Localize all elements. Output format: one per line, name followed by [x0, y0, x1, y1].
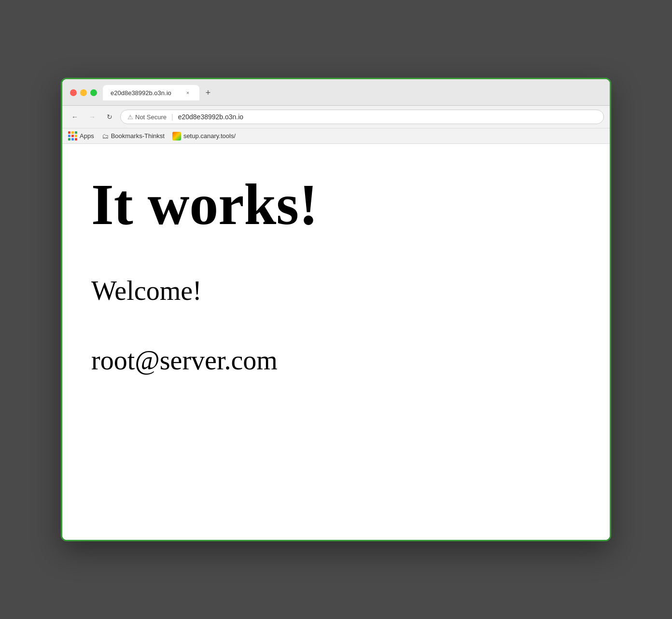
bookmark-canary[interactable]: setup.canary.tools/: [172, 132, 236, 141]
warning-icon: ⚠: [127, 113, 133, 121]
reload-button[interactable]: ↻: [103, 110, 116, 124]
bookmarks-bar: Apps 🗂 Bookmarks-Thinkst setup.canary.to…: [62, 128, 610, 144]
nav-bar: ← → ↻ ⚠ Not Secure | e20d8e38992b.o3n.io: [62, 106, 610, 128]
page-content: It works! Welcome! root@server.com: [62, 144, 610, 540]
main-heading: It works!: [91, 173, 581, 237]
browser-window: e20d8e38992b.o3n.io × + ← → ↻ ⚠ Not Secu…: [61, 78, 611, 541]
tab-bar: e20d8e38992b.o3n.io × +: [103, 85, 602, 100]
email-heading: root@server.com: [91, 345, 581, 376]
canary-icon: [172, 132, 181, 141]
close-button[interactable]: [70, 89, 77, 96]
address-bar[interactable]: ⚠ Not Secure | e20d8e38992b.o3n.io: [120, 110, 604, 124]
apps-label: Apps: [80, 132, 94, 140]
maximize-button[interactable]: [90, 89, 97, 96]
security-warning: ⚠ Not Secure: [127, 113, 167, 121]
canary-label: setup.canary.tools/: [183, 132, 236, 140]
back-button[interactable]: ←: [68, 110, 82, 124]
bookmark-thinkst[interactable]: 🗂 Bookmarks-Thinkst: [102, 132, 165, 140]
not-secure-label: Not Secure: [135, 113, 167, 121]
forward-button[interactable]: →: [85, 110, 99, 124]
apps-grid-icon: [68, 131, 77, 141]
active-tab[interactable]: e20d8e38992b.o3n.io ×: [103, 85, 199, 100]
window-controls: [70, 89, 97, 96]
folder-icon: 🗂: [102, 132, 109, 140]
welcome-heading: Welcome!: [91, 275, 581, 306]
url-text: e20d8e38992b.o3n.io: [178, 113, 243, 121]
thinkst-label: Bookmarks-Thinkst: [111, 132, 165, 140]
address-divider: |: [171, 113, 173, 121]
new-tab-button[interactable]: +: [201, 86, 215, 99]
title-bar: e20d8e38992b.o3n.io × +: [62, 79, 610, 106]
minimize-button[interactable]: [80, 89, 87, 96]
tab-close-button[interactable]: ×: [184, 89, 192, 97]
tab-title: e20d8e38992b.o3n.io: [111, 89, 180, 97]
bookmark-apps[interactable]: Apps: [68, 131, 94, 141]
